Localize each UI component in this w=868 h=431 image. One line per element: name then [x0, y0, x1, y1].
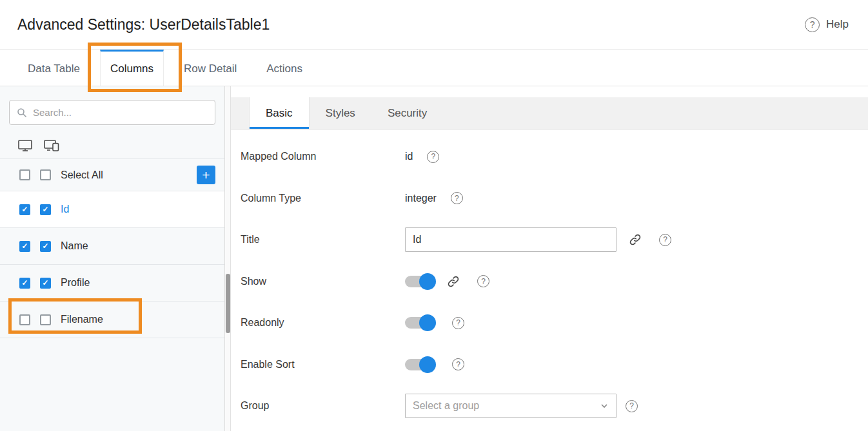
desktop-checkbox[interactable]: ✓ [19, 204, 30, 215]
view-mode-row [0, 133, 224, 159]
mobile-checkbox[interactable]: ✓ [40, 314, 51, 325]
field-row-readonly: Readonly ? [241, 302, 868, 344]
help-label: Help [826, 18, 849, 31]
enable-sort-toggle[interactable] [405, 359, 435, 370]
field-label: Column Type [241, 193, 405, 204]
enable-sort-help-icon[interactable]: ? [452, 358, 464, 370]
column-row-profile[interactable]: ✓ ✓ Profile [0, 265, 224, 302]
mobile-checkbox[interactable]: ✓ [40, 241, 51, 252]
field-label: Enable Sort [241, 359, 405, 370]
detail-tabs: Basic Styles Security [231, 97, 868, 129]
show-help-icon[interactable]: ? [477, 275, 489, 287]
group-help-icon[interactable]: ? [626, 400, 638, 412]
field-row-column-type: Column Type integer ? [241, 178, 868, 220]
title-help-icon[interactable]: ? [659, 234, 671, 246]
mapped-column-value: id [405, 151, 413, 162]
column-label: Profile [61, 277, 90, 289]
select-all-row: ✓ ✓ Select All + [0, 159, 224, 191]
column-label: Name [61, 240, 88, 252]
field-label: Readonly [241, 317, 405, 329]
main-tabs: Data Table Columns Row Detail Actions [0, 50, 868, 86]
column-row-filename[interactable]: ✓ ✓ Filename [0, 302, 224, 338]
basic-form: Mapped Column id ? Column Type integer ?… [231, 129, 868, 427]
field-row-group: Group Select a group ? [241, 385, 868, 427]
content: ✓ ✓ Select All + ✓ ✓ Id ✓ ✓ Name ✓ ✓ Pro… [0, 86, 868, 431]
select-all-label: Select All [61, 169, 103, 181]
columns-sidebar: ✓ ✓ Select All + ✓ ✓ Id ✓ ✓ Name ✓ ✓ Pro… [0, 86, 224, 431]
devices-icon[interactable] [44, 140, 59, 151]
mobile-checkbox[interactable]: ✓ [40, 278, 51, 289]
column-detail-panel: Basic Styles Security Mapped Column id ?… [230, 86, 868, 431]
sidebar-scrollbar[interactable] [224, 86, 230, 431]
tab-basic[interactable]: Basic [249, 97, 310, 129]
select-all-desktop-checkbox[interactable]: ✓ [19, 169, 30, 180]
title-bind-link-icon[interactable] [629, 233, 642, 246]
tab-data-table[interactable]: Data Table [18, 50, 90, 86]
field-row-mapped-column: Mapped Column id ? [241, 136, 868, 178]
chevron-down-icon [600, 401, 609, 410]
show-bind-link-icon[interactable] [447, 275, 460, 288]
column-label: Id [61, 204, 69, 215]
tab-columns[interactable]: Columns [100, 50, 164, 86]
column-label: Filename [61, 314, 103, 325]
column-type-value: integer [405, 193, 437, 204]
mobile-checkbox[interactable]: ✓ [40, 204, 51, 215]
field-label: Show [241, 276, 405, 287]
page-title: Advanced Settings: UserDetailsTable1 [17, 16, 270, 34]
search-input[interactable] [33, 107, 208, 118]
field-label: Group [241, 400, 405, 412]
field-row-show: Show ? [241, 261, 868, 303]
mapped-column-help-icon[interactable]: ? [427, 151, 439, 163]
search-box[interactable] [9, 100, 215, 125]
advanced-settings-dialog: Advanced Settings: UserDetailsTable1 ? H… [0, 0, 868, 431]
column-row-name[interactable]: ✓ ✓ Name [0, 228, 224, 265]
help-icon: ? [805, 17, 820, 32]
header: Advanced Settings: UserDetailsTable1 ? H… [0, 0, 868, 50]
readonly-toggle[interactable] [405, 317, 435, 329]
column-row-id[interactable]: ✓ ✓ Id [0, 191, 224, 228]
scrollbar-thumb[interactable] [226, 274, 230, 333]
field-row-title: Title ? [241, 219, 868, 261]
tab-styles[interactable]: Styles [310, 97, 371, 129]
select-all-mobile-checkbox[interactable]: ✓ [40, 169, 51, 180]
field-row-enable-sort: Enable Sort ? [241, 344, 868, 386]
field-label: Mapped Column [241, 151, 405, 162]
group-select-placeholder: Select a group [413, 400, 479, 412]
desktop-checkbox[interactable]: ✓ [19, 241, 30, 252]
show-toggle[interactable] [405, 276, 435, 287]
tab-row-detail[interactable]: Row Detail [174, 50, 246, 86]
field-label: Title [241, 234, 405, 245]
desktop-icon[interactable] [18, 140, 32, 151]
column-type-help-icon[interactable]: ? [451, 192, 463, 204]
tab-security[interactable]: Security [371, 97, 443, 129]
search-icon [17, 108, 27, 118]
title-input[interactable] [405, 227, 616, 252]
tab-actions[interactable]: Actions [257, 50, 312, 86]
desktop-checkbox[interactable]: ✓ [19, 278, 30, 289]
readonly-help-icon[interactable]: ? [452, 317, 464, 329]
add-column-button[interactable]: + [197, 166, 215, 184]
help-button[interactable]: ? Help [805, 17, 849, 32]
desktop-checkbox[interactable]: ✓ [19, 314, 30, 325]
group-select[interactable]: Select a group [405, 394, 616, 418]
